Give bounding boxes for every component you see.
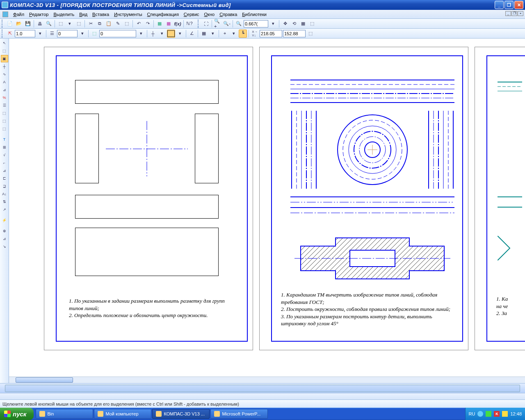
- mdi-min[interactable]: _: [505, 11, 511, 16]
- state-icon[interactable]: ⬚: [90, 30, 98, 38]
- zoom-out-icon[interactable]: 🔍-: [223, 20, 231, 28]
- vtool-icon[interactable]: ┼: [1, 63, 8, 70]
- copy-icon[interactable]: ⧉: [96, 20, 104, 28]
- tool-icon[interactable]: ▦: [299, 20, 307, 28]
- zoom-fit-icon[interactable]: ⛶: [202, 20, 210, 28]
- tray-icon[interactable]: [486, 411, 491, 417]
- vtool-icon[interactable]: ⊏: [1, 175, 8, 182]
- coords-icon[interactable]: ⌖: [221, 30, 229, 38]
- taskbar-task[interactable]: Bin: [36, 409, 93, 419]
- coord-y-field[interactable]: [283, 30, 306, 37]
- system-tray[interactable]: RU K 12:48: [465, 408, 525, 420]
- tool-icon[interactable]: ▾: [66, 20, 74, 28]
- menu-инструменты[interactable]: Инструменты: [112, 11, 145, 18]
- vtool-icon[interactable]: ☰: [1, 102, 8, 109]
- save-icon[interactable]: 💾: [24, 20, 32, 28]
- vtool-icon[interactable]: ↗: [1, 206, 8, 213]
- vtool-icon[interactable]: ⬚: [1, 110, 8, 117]
- menu-библиотеки[interactable]: Библиотеки: [240, 11, 269, 18]
- vtool-icon[interactable]: ⚡: [1, 217, 8, 224]
- clock[interactable]: 12:48: [510, 411, 522, 416]
- vtool-icon[interactable]: A↓: [1, 190, 8, 198]
- menu-файл[interactable]: Файл: [11, 11, 27, 18]
- zoom-window-icon[interactable]: 🔍: [235, 20, 243, 28]
- tool-icon[interactable]: ▾: [176, 30, 184, 38]
- start-button[interactable]: пуск: [0, 408, 34, 420]
- tool-icon[interactable]: ▾: [230, 30, 238, 38]
- vtool-icon[interactable]: ⊿: [1, 167, 8, 174]
- vtool-icon[interactable]: A: [1, 78, 8, 86]
- style-combo[interactable]: [99, 30, 136, 37]
- scale-icon[interactable]: ⇱: [6, 30, 14, 38]
- undo-icon[interactable]: ↶: [135, 20, 143, 28]
- tool-icon[interactable]: ⬚: [306, 30, 315, 38]
- vtool-icon[interactable]: ↘: [1, 243, 8, 250]
- menu-спецификация[interactable]: Спецификация: [145, 11, 181, 18]
- taskbar-task[interactable]: Мой компьютер: [94, 409, 151, 419]
- tray-k-icon[interactable]: K: [494, 411, 500, 417]
- coord-x-field[interactable]: [260, 30, 282, 37]
- grid-icon[interactable]: ▦: [200, 30, 208, 38]
- layers-icon[interactable]: ☰: [48, 30, 56, 38]
- cut-icon[interactable]: ✂: [87, 20, 95, 28]
- close-button[interactable]: ✕: [514, 1, 523, 9]
- menu-справка[interactable]: Справка: [217, 11, 240, 18]
- drawing-canvas[interactable]: 1. По указанным в задании размерам выпол…: [9, 39, 525, 383]
- tool-icon[interactable]: ▦: [164, 20, 173, 28]
- vtool-roughness-icon[interactable]: √: [1, 151, 8, 159]
- menu-окно[interactable]: Окно: [202, 11, 217, 18]
- vtool-icon[interactable]: ⊿: [1, 235, 8, 242]
- paste-icon[interactable]: 📋: [105, 20, 113, 28]
- vtool-icon[interactable]: ⬚: [1, 125, 8, 132]
- property-bar-area[interactable]: [5, 385, 520, 392]
- zoom-combo[interactable]: [244, 20, 268, 27]
- tool-icon[interactable]: ▦: [155, 20, 164, 28]
- mdi-close[interactable]: ×: [518, 11, 523, 16]
- pan-icon[interactable]: ✥: [281, 20, 289, 28]
- angle-icon[interactable]: ∠: [188, 30, 196, 38]
- new-icon[interactable]: 📄: [6, 20, 14, 28]
- tool-icon[interactable]: ⬚: [75, 20, 83, 28]
- vtool-icon[interactable]: ⬚: [1, 47, 8, 55]
- menu-редактор[interactable]: Редактор: [27, 11, 51, 18]
- vtool-icon[interactable]: ⊞: [1, 144, 8, 151]
- lang-indicator[interactable]: RU: [469, 411, 475, 416]
- snap-icon[interactable]: ┼: [149, 30, 157, 38]
- h-scrollbar[interactable]: [9, 377, 525, 383]
- menu-сервис[interactable]: Сервис: [181, 11, 202, 18]
- tool-icon[interactable]: ▾: [209, 30, 217, 38]
- taskbar-task[interactable]: КОМПАС-3D V13 ...: [152, 409, 210, 419]
- dropdown-icon[interactable]: ▾: [78, 30, 87, 38]
- tool-icon[interactable]: ✎: [114, 20, 122, 28]
- menu-вставка[interactable]: Вставка: [90, 11, 112, 18]
- help-icon[interactable]: ℕ?: [185, 20, 194, 28]
- vtool-icon[interactable]: ∿: [1, 71, 8, 78]
- vtool-icon[interactable]: ⊒: [1, 183, 8, 190]
- vtool-icon[interactable]: ⊿: [1, 86, 8, 94]
- vtool-icon[interactable]: ↖: [1, 39, 8, 47]
- open-icon[interactable]: 📂: [15, 20, 23, 28]
- vtool-geometry-icon[interactable]: ▣: [1, 55, 8, 62]
- tray-icon[interactable]: [502, 411, 508, 417]
- zoom-in-icon[interactable]: 🔍+: [214, 20, 222, 28]
- scale-combo[interactable]: [15, 30, 35, 37]
- tool-icon[interactable]: ⬚: [57, 20, 65, 28]
- orbit-icon[interactable]: ⟲: [290, 20, 298, 28]
- tool-icon[interactable]: ⬚: [123, 20, 131, 28]
- print-icon[interactable]: 🖶: [36, 20, 44, 28]
- tool-icon[interactable]: ▾: [158, 30, 166, 38]
- preview-icon[interactable]: 🔍: [45, 20, 53, 28]
- ortho-icon[interactable]: ┗: [239, 30, 247, 38]
- vtool-icon[interactable]: ⌐: [1, 159, 8, 167]
- mdi-restore[interactable]: ❐: [511, 11, 517, 16]
- minimize-button[interactable]: _: [495, 1, 504, 9]
- dropdown-icon[interactable]: ▾: [137, 30, 145, 38]
- menu-выделить[interactable]: Выделить: [51, 11, 77, 18]
- vtool-icon[interactable]: ⬚: [1, 117, 8, 125]
- maximize-button[interactable]: ❐: [504, 1, 514, 9]
- tool-icon[interactable]: ⬚: [308, 20, 316, 28]
- layer-combo[interactable]: [57, 30, 78, 37]
- taskbar-task[interactable]: Microsoft PowerP...: [210, 409, 268, 419]
- vtool-icon[interactable]: %: [1, 94, 8, 101]
- dropdown-icon[interactable]: ▾: [36, 30, 44, 38]
